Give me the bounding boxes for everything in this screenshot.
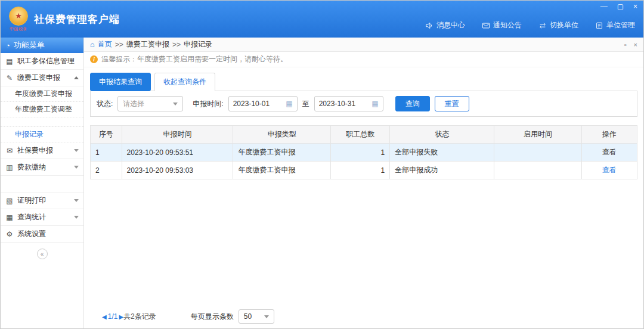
panel-restore-button[interactable]: ▫: [624, 41, 627, 48]
status-select[interactable]: 请选择: [117, 96, 183, 111]
col-status: 状态: [390, 126, 494, 144]
header-actions: 消息中心 通知公告 切换单位 单位管理: [425, 20, 635, 30]
swap-arrows-icon: [538, 21, 547, 30]
col-declare-time: 申报时间: [122, 126, 233, 144]
chevron-down-icon: [74, 166, 79, 169]
switch-unit-label: 切换单位: [550, 20, 578, 30]
breadcrumb-separator: >>: [172, 41, 181, 49]
to-label: 至: [302, 99, 309, 109]
sidebar-item-certificate-print[interactable]: ▧ 证明打印: [1, 193, 83, 209]
info-icon: i: [90, 55, 98, 63]
notice-text: 温馨提示：年度缴费工资启用需要一定时间，请耐心等待。: [101, 54, 287, 64]
chevron-up-icon: [74, 76, 79, 79]
cell-declare-type: 年度缴费工资申报: [233, 144, 331, 162]
col-enable-time: 启用时间: [494, 126, 581, 144]
tabs: 申报结果查询 收起查询条件: [84, 67, 643, 91]
ledger-icon: ▥: [5, 163, 14, 172]
maximize-button[interactable]: ▢: [617, 2, 624, 11]
calendar-icon: ▦: [286, 100, 292, 108]
per-page-select[interactable]: 50: [239, 309, 274, 324]
unit-management-button[interactable]: 单位管理: [595, 20, 635, 30]
notice-announcement-label: 通知公告: [493, 20, 522, 30]
tab-result-query[interactable]: 申报结果查询: [90, 73, 151, 91]
sidebar-item-system-settings[interactable]: ⚙ 系统设置: [1, 226, 83, 243]
tab-collapse-filters[interactable]: 收起查询条件: [154, 73, 215, 91]
cell-enable-time: [494, 144, 581, 162]
cell-status: 全部申报失败: [390, 144, 494, 162]
col-declare-type: 申报类型: [233, 126, 331, 144]
date-from-input[interactable]: 2023-10-01 ▦: [228, 96, 298, 111]
cell-status: 全部申报成功: [390, 162, 494, 179]
records-table: 序号 申报时间 申报类型 职工总数 状态 启用时间 操作 1 2023-10-2…: [90, 125, 637, 179]
sidebar-subitem-label: 年度缴费工资调整: [15, 104, 72, 114]
edit-doc-icon: ✎: [5, 74, 14, 82]
cell-employee-count: 1: [330, 162, 389, 179]
app-title: 社保费管理客户端: [34, 13, 120, 26]
sidebar-item-salary-declare[interactable]: ✎ 缴费工资申报: [1, 70, 83, 86]
mail-icon: [482, 21, 490, 30]
message-center-button[interactable]: 消息中心: [425, 20, 465, 30]
chevron-down-icon: [173, 103, 178, 105]
status-select-value: 请选择: [123, 99, 144, 109]
prev-page-icon[interactable]: ◀: [102, 314, 107, 320]
app-window: — ▢ × ★ 中国税务 社保费管理客户端 消息中心 通知公告: [0, 0, 644, 329]
sidebar: ◔ 功能菜单 ▤ 职工参保信息管理 ✎ 缴费工资申报 年度缴费工资申报 年度缴费…: [1, 38, 84, 328]
table-header-row: 序号 申报时间 申报类型 职工总数 状态 启用时间 操作: [91, 126, 637, 144]
table-row[interactable]: 2 2023-10-20 09:53:03 年度缴费工资申报 1 全部申报成功 …: [91, 162, 637, 179]
cell-declare-type: 年度缴费工资申报: [233, 162, 331, 179]
view-link[interactable]: 查看: [602, 148, 617, 156]
sidebar-item-payment[interactable]: ▥ 费款缴纳: [1, 159, 83, 176]
minimize-button[interactable]: —: [600, 2, 608, 11]
sidebar-subitem-label: 申报记录: [15, 129, 44, 139]
star-icon: ★: [15, 12, 22, 20]
sidebar-item-label: 查询统计: [17, 212, 46, 222]
pagination: ◀ 1/1 ▶ 共2条记录 每页显示条数 50: [102, 309, 274, 324]
date-from-value: 2023-10-01: [233, 100, 270, 108]
panel-close-button[interactable]: ×: [634, 41, 637, 48]
date-to-input[interactable]: 2023-10-31 ▦: [314, 96, 383, 111]
gear-icon: ⚙: [5, 230, 14, 238]
sidebar-item-label: 社保费申报: [17, 145, 53, 156]
page-indicator: 1/1: [108, 312, 118, 321]
sidebar-title-label: 功能菜单: [14, 40, 45, 51]
breadcrumb-declare-records[interactable]: 申报记录: [184, 39, 212, 49]
cell-seq: 2: [91, 162, 122, 179]
sidebar-collapse-button[interactable]: «: [37, 249, 48, 259]
printer-icon: ▧: [5, 197, 14, 205]
sidebar-subitem-annual-declare[interactable]: 年度缴费工资申报: [1, 86, 83, 102]
breadcrumb-home[interactable]: 首页: [98, 39, 112, 49]
status-label: 状态:: [97, 99, 113, 109]
sidebar-item-query-statistics[interactable]: ▦ 查询统计: [1, 209, 83, 226]
sidebar-menu: ▤ 职工参保信息管理 ✎ 缴费工资申报 年度缴费工资申报 年度缴费工资调整 申报…: [1, 53, 83, 328]
declare-time-label: 申报时间:: [193, 99, 223, 109]
breadcrumb-salary-declare[interactable]: 缴费工资申报: [126, 39, 169, 49]
filter-panel: 状态: 请选择 申报时间: 2023-10-01 ▦ 至 2023-10-31 …: [90, 91, 637, 117]
total-records: 共2条记录: [123, 312, 156, 322]
message-center-label: 消息中心: [436, 20, 465, 30]
chevron-down-icon: [74, 199, 79, 202]
home-icon[interactable]: ⌂: [90, 40, 95, 49]
speaker-icon: [425, 21, 434, 30]
view-link[interactable]: 查看: [602, 166, 617, 174]
notice-announcement-button[interactable]: 通知公告: [482, 20, 522, 30]
sidebar-title: ◔ 功能菜单: [1, 38, 83, 53]
window-controls: — ▢ ×: [600, 2, 637, 11]
cell-declare-time: 2023-10-20 09:53:51: [122, 144, 233, 162]
col-operation: 操作: [581, 126, 637, 144]
sidebar-item-social-declare[interactable]: ✉ 社保费申报: [1, 142, 83, 159]
table-row[interactable]: 1 2023-10-20 09:53:51 年度缴费工资申报 1 全部申报失败 …: [91, 144, 637, 162]
switch-unit-button[interactable]: 切换单位: [538, 20, 578, 30]
id-card-icon: ▤: [5, 57, 14, 66]
close-button[interactable]: ×: [633, 2, 637, 11]
sidebar-item-label: 缴费工资申报: [17, 73, 60, 83]
sidebar-subitem-declare-records[interactable]: 申报记录: [1, 127, 83, 142]
sidebar-item-employee-info[interactable]: ▤ 职工参保信息管理: [1, 53, 83, 70]
unit-management-label: 单位管理: [606, 20, 635, 30]
sidebar-subitem-annual-adjust[interactable]: 年度缴费工资调整: [1, 102, 83, 117]
query-button[interactable]: 查询: [395, 96, 430, 111]
chevron-down-icon: [74, 216, 79, 219]
next-page-icon[interactable]: ▶: [119, 314, 123, 320]
cell-seq: 1: [91, 144, 122, 162]
reset-button[interactable]: 重置: [435, 96, 469, 111]
sidebar-item-label: 系统设置: [17, 229, 46, 239]
